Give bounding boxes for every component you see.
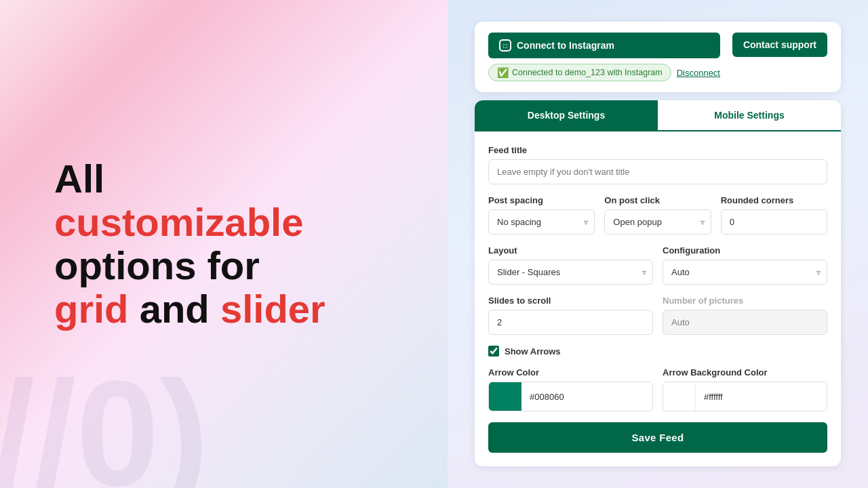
hero-line1: All <box>54 157 104 201</box>
on-post-click-group: On post click Open popup Open link Nothi… <box>604 195 711 235</box>
arrow-bg-color-wrapper <box>663 382 827 411</box>
rounded-corners-input[interactable] <box>721 209 827 235</box>
show-arrows-label: Show Arrows <box>505 346 561 357</box>
settings-body: Feed title Post spacing No spacing Small… <box>475 131 841 466</box>
number-of-pictures-label: Number of pictures <box>663 296 827 306</box>
show-arrows-row: Show Arrows <box>488 346 827 357</box>
top-bar-left: □ Connect to Instagram ✅ Connected to de… <box>488 33 720 81</box>
three-col-row: Post spacing No spacing Small Medium Lar… <box>488 195 827 235</box>
save-feed-button[interactable]: Save Feed <box>488 422 827 453</box>
on-post-click-select[interactable]: Open popup Open link Nothing <box>604 209 711 235</box>
layout-select[interactable]: Slider - Squares Grid Masonry <box>488 260 653 285</box>
slides-to-scroll-group: Slides to scroll <box>488 296 653 335</box>
two-col-row: Layout Slider - Squares Grid Masonry ▿ C… <box>488 245 827 285</box>
feed-title-group: Feed title <box>488 145 827 184</box>
tab-desktop-settings[interactable]: Desktop Settings <box>475 100 658 130</box>
hero-line4-grid: grid <box>54 287 129 331</box>
configuration-select[interactable]: Auto Manual <box>663 260 827 285</box>
app-container: □ Connect to Instagram ✅ Connected to de… <box>475 22 841 466</box>
arrow-color-wrapper <box>488 382 653 411</box>
connected-badge: ✅ Connected to demo_123 with Instagram <box>488 64 671 81</box>
settings-panel: Desktop Settings Mobile Settings Feed ti… <box>475 100 841 466</box>
feed-title-input[interactable] <box>488 159 827 184</box>
number-of-pictures-group: Number of pictures <box>663 296 827 335</box>
arrow-color-label: Arrow Color <box>488 367 653 378</box>
configuration-group: Configuration Auto Manual ▿ <box>663 245 827 285</box>
on-post-click-label: On post click <box>604 195 711 205</box>
layout-wrapper: Slider - Squares Grid Masonry ▿ <box>488 260 653 285</box>
connected-status: ✅ Connected to demo_123 with Instagram D… <box>488 64 720 81</box>
connected-text: Connected to demo_123 with Instagram <box>512 68 663 77</box>
on-post-click-wrapper: Open popup Open link Nothing ▿ <box>604 209 711 235</box>
hero-line4-slider: slider <box>220 287 326 331</box>
hero-line2: customizable <box>54 200 303 244</box>
number-of-pictures-input <box>663 310 827 335</box>
slides-to-scroll-label: Slides to scroll <box>488 296 653 306</box>
left-panel: //0) All customizable options for grid a… <box>0 0 448 488</box>
layout-group: Layout Slider - Squares Grid Masonry ▿ <box>488 245 653 285</box>
hero-line3: options for <box>54 243 260 287</box>
rounded-corners-group: Rounded corners <box>721 195 827 235</box>
arrow-bg-color-label: Arrow Background Color <box>663 367 827 378</box>
configuration-wrapper: Auto Manual ▿ <box>663 260 827 285</box>
post-spacing-select[interactable]: No spacing Small Medium Large <box>488 209 595 235</box>
hero-text: All customizable options for grid and sl… <box>54 157 326 330</box>
slides-to-scroll-input[interactable] <box>488 310 653 335</box>
color-row: Arrow Color Arrow Background Color <box>488 367 827 411</box>
post-spacing-label: Post spacing <box>488 195 595 205</box>
post-spacing-group: Post spacing No spacing Small Medium Lar… <box>488 195 595 235</box>
arrow-bg-color-swatch[interactable] <box>663 382 696 411</box>
connect-instagram-label: Connect to Instagram <box>517 40 614 51</box>
arrow-color-swatch[interactable] <box>489 382 521 411</box>
connect-instagram-button[interactable]: □ Connect to Instagram <box>488 33 720 58</box>
arrow-color-input[interactable] <box>521 385 652 409</box>
bg-decoration: //0) <box>0 359 209 488</box>
feed-title-label: Feed title <box>488 145 827 155</box>
rounded-corners-label: Rounded corners <box>721 195 827 205</box>
right-panel: □ Connect to Instagram ✅ Connected to de… <box>448 0 868 488</box>
top-bar: □ Connect to Instagram ✅ Connected to de… <box>475 22 841 92</box>
configuration-label: Configuration <box>663 245 827 256</box>
disconnect-button[interactable]: Disconnect <box>677 68 720 78</box>
post-spacing-wrapper: No spacing Small Medium Large ▿ <box>488 209 595 235</box>
hero-line4-mid: and <box>129 287 220 331</box>
contact-support-button[interactable]: Contact support <box>732 33 827 57</box>
arrow-bg-color-field: Arrow Background Color <box>663 367 827 411</box>
check-circle-icon: ✅ <box>497 67 509 78</box>
show-arrows-checkbox[interactable] <box>488 346 499 357</box>
arrow-color-field: Arrow Color <box>488 367 653 411</box>
layout-label: Layout <box>488 245 653 256</box>
slides-pictures-row: Slides to scroll Number of pictures <box>488 296 827 335</box>
tabs-row: Desktop Settings Mobile Settings <box>475 100 841 131</box>
instagram-icon: □ <box>499 39 511 52</box>
arrow-bg-color-input[interactable] <box>696 385 827 409</box>
tab-mobile-settings[interactable]: Mobile Settings <box>658 100 841 130</box>
